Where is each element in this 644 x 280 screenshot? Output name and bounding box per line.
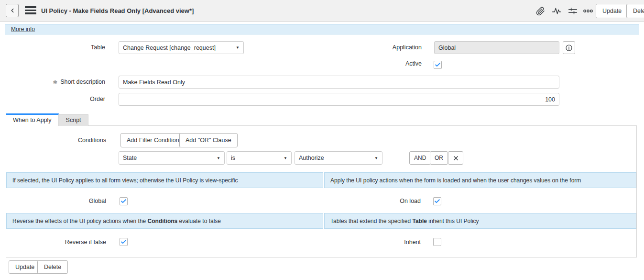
checkmark-icon xyxy=(435,62,441,68)
or-condition-button[interactable]: OR xyxy=(430,151,448,165)
application-input xyxy=(434,41,559,54)
application-field-label: Application xyxy=(317,41,422,54)
add-or-clause-button[interactable]: Add "OR" Clause xyxy=(179,133,238,147)
active-field-label: Active xyxy=(317,59,422,68)
chevron-left-icon xyxy=(9,7,16,14)
reverse-if-false-annotation: Reverse the effects of the UI policy act… xyxy=(6,213,323,229)
inherit-checkbox[interactable] xyxy=(433,238,441,246)
info-circle-icon xyxy=(565,44,573,52)
table-select-value: Change Request [change_request] xyxy=(123,45,216,51)
on-load-checkbox[interactable] xyxy=(433,197,441,205)
reverse-if-false-checkbox[interactable] xyxy=(120,238,128,246)
condition-operator-select[interactable]: is ▼ xyxy=(227,151,292,165)
tab-script[interactable]: Script xyxy=(59,114,88,126)
order-field-label: Order xyxy=(0,93,105,106)
more-info-bar: More info xyxy=(5,24,639,34)
header-delete-button[interactable]: Delete xyxy=(626,4,644,18)
on-load-field-label: On load xyxy=(316,197,421,205)
caret-down-icon: ▼ xyxy=(232,45,240,50)
application-info-button[interactable] xyxy=(563,41,575,54)
more-info-link[interactable]: More info xyxy=(11,26,35,33)
condition-value-select[interactable]: Authorize ▼ xyxy=(295,151,382,165)
footer-delete-button[interactable]: Delete xyxy=(37,260,68,274)
more-options-icon[interactable] xyxy=(582,5,594,17)
global-annotation: If selected, the UI Policy applies to al… xyxy=(6,172,323,188)
checkmark-icon xyxy=(120,198,127,204)
inherit-annotation: Tables that extend the specified Table i… xyxy=(324,213,636,229)
required-asterisk-icon: ✱ xyxy=(53,79,57,85)
caret-down-icon: ▼ xyxy=(371,156,378,160)
inherit-field-label: Inherit xyxy=(316,238,421,246)
checkmark-icon xyxy=(120,239,127,245)
short-description-input[interactable] xyxy=(119,76,559,89)
header-update-button[interactable]: Update xyxy=(596,4,628,18)
checkmark-icon xyxy=(434,198,440,204)
delete-condition-button[interactable] xyxy=(448,151,463,165)
reverse-if-false-field-label: Reverse if false xyxy=(8,238,106,246)
personalize-sliders-icon[interactable] xyxy=(567,5,579,17)
table-select[interactable]: Change Request [change_request] ▼ xyxy=(119,41,244,54)
active-checkbox[interactable] xyxy=(434,61,442,69)
context-menu-icon[interactable] xyxy=(25,6,36,16)
on-load-annotation: Apply the UI policy actions when the for… xyxy=(324,172,636,188)
attachment-paperclip-icon[interactable] xyxy=(535,5,546,17)
and-condition-button[interactable]: AND xyxy=(409,151,431,165)
short-description-field-label: ✱ Short description xyxy=(0,76,105,89)
tab-when-to-apply[interactable]: When to Apply xyxy=(6,113,59,126)
global-field-label: Global xyxy=(8,197,106,205)
back-button[interactable] xyxy=(6,4,19,17)
form-header: UI Policy - Make Fields Read Only [Advan… xyxy=(0,0,644,22)
caret-down-icon: ▼ xyxy=(213,156,220,160)
footer-update-button[interactable]: Update xyxy=(9,260,41,274)
table-field-label: Table xyxy=(0,41,105,54)
add-filter-condition-button[interactable]: Add Filter Condition xyxy=(120,133,186,147)
conditions-field-label: Conditions xyxy=(8,134,106,146)
activity-stream-icon[interactable] xyxy=(551,5,562,17)
caret-down-icon: ▼ xyxy=(280,156,287,160)
order-input[interactable] xyxy=(119,93,559,106)
x-icon xyxy=(453,155,459,161)
condition-field-select[interactable]: State ▼ xyxy=(119,151,225,165)
form-tabs: When to Apply Script xyxy=(6,113,88,126)
global-checkbox[interactable] xyxy=(120,197,128,205)
page-title: UI Policy - Make Fields Read Only [Advan… xyxy=(41,0,194,22)
